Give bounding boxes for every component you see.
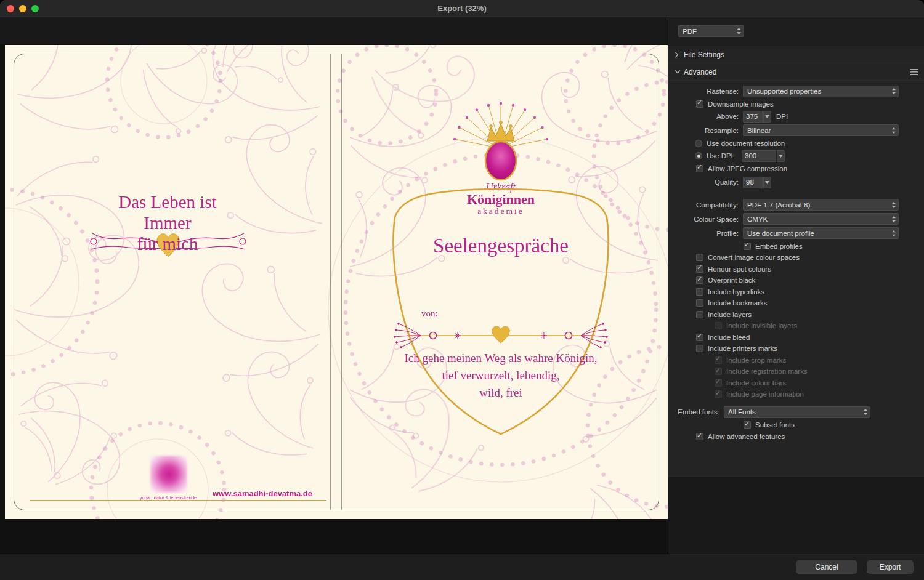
- include-crop-marks-checkbox[interactable]: [715, 356, 722, 364]
- profile-label: Profile:: [670, 230, 739, 237]
- settings-list: File Settings Advanced Rasterise: Unsupp…: [668, 46, 924, 477]
- section-file-settings[interactable]: File Settings: [668, 46, 924, 63]
- profile-row: Profile: Use document profile: [668, 226, 924, 240]
- rasterise-select[interactable]: Unsupported properties: [743, 86, 899, 97]
- allow-advanced-features-option[interactable]: Allow advanced features: [668, 431, 924, 443]
- above-dpi-input[interactable]: 375: [743, 111, 763, 123]
- cancel-button[interactable]: Cancel: [796, 560, 857, 574]
- use-dpi-option[interactable]: Use DPI: 300: [668, 150, 924, 162]
- use-dpi-radio[interactable]: [695, 152, 702, 159]
- include-bookmarks-option[interactable]: Include bookmarks: [668, 297, 924, 309]
- compatibility-select[interactable]: PDF 1.7 (Acrobat 8): [743, 199, 899, 211]
- section-advanced[interactable]: Advanced: [668, 63, 924, 81]
- dialog-footer: Cancel Export: [0, 554, 924, 580]
- include-registration-marks-option[interactable]: Include registration marks: [668, 366, 924, 377]
- include-crop-marks-option[interactable]: Include crop marks: [668, 355, 924, 366]
- include-layers-checkbox[interactable]: [696, 311, 703, 318]
- include-hyperlinks-checkbox[interactable]: [696, 288, 703, 296]
- honour-spot-colours-checkbox[interactable]: [696, 265, 703, 273]
- overprint-black-option[interactable]: Overprint black: [668, 275, 924, 286]
- rasterise-label: Rasterise:: [670, 87, 739, 95]
- close-window-button[interactable]: [7, 5, 14, 12]
- include-page-information-checkbox[interactable]: [715, 390, 722, 398]
- profile-select[interactable]: Use document profile: [743, 227, 899, 239]
- section-advanced-label: Advanced: [684, 68, 716, 76]
- section-file-settings-label: File Settings: [684, 50, 724, 59]
- stepper-icon: [891, 230, 896, 237]
- quality-label: Quality:: [670, 179, 739, 186]
- dropdown-arrow-icon[interactable]: [763, 177, 771, 188]
- include-hyperlinks-label: Include hyperlinks: [708, 288, 764, 296]
- zoom-window-button[interactable]: [31, 5, 39, 12]
- spine-line: [341, 54, 342, 510]
- use-document-resolution-radio[interactable]: [695, 140, 702, 147]
- resample-select[interactable]: Bilinear: [743, 124, 899, 136]
- use-document-resolution-label: Use document resolution: [707, 140, 785, 147]
- affirmation-line1: Ich gehe meinen Weg als wahre Königin,: [341, 350, 661, 367]
- include-registration-marks-checkbox[interactable]: [715, 368, 722, 375]
- subset-fonts-checkbox[interactable]: [744, 421, 751, 429]
- include-bookmarks-checkbox[interactable]: [696, 299, 703, 307]
- embed-fonts-label: Embed fonts:: [670, 408, 719, 416]
- overprint-black-checkbox[interactable]: [696, 276, 703, 284]
- preview-toolbar-strip: [0, 17, 668, 44]
- colour-space-row: Colour Space: CMYK: [668, 212, 924, 226]
- allow-jpeg-compression-option[interactable]: Allow JPEG compression: [668, 162, 924, 175]
- include-bookmarks-label: Include bookmarks: [708, 299, 768, 307]
- embed-profiles-option[interactable]: Embed profiles: [668, 240, 924, 252]
- include-invisible-layers-label: Include invisible layers: [726, 322, 797, 329]
- use-dpi-input[interactable]: 300: [742, 150, 776, 162]
- convert-image-colour-spaces-checkbox[interactable]: [696, 254, 703, 261]
- embed-fonts-select[interactable]: All Fonts: [724, 406, 870, 418]
- downsample-images-option[interactable]: Downsample images: [668, 98, 924, 110]
- compatibility-label: Compatibility:: [670, 201, 739, 209]
- use-document-resolution-option[interactable]: Use document resolution: [668, 137, 924, 150]
- chevron-down-icon: [675, 70, 684, 74]
- downsample-images-label: Downsample images: [708, 100, 774, 108]
- panel-menu-icon[interactable]: [910, 69, 918, 75]
- format-select[interactable]: PDF: [678, 25, 744, 37]
- compatibility-row: Compatibility: PDF 1.7 (Acrobat 8): [668, 198, 924, 212]
- convert-image-colour-spaces-label: Convert image colour spaces: [708, 254, 800, 261]
- dropdown-arrow-icon[interactable]: [763, 111, 771, 123]
- include-printers-marks-option[interactable]: Include printers marks: [668, 343, 924, 355]
- include-bleed-option[interactable]: Include bleed: [668, 332, 924, 344]
- convert-image-colour-spaces-option[interactable]: Convert image colour spaces: [668, 252, 924, 264]
- back-cover-title-line3: für mich: [5, 233, 330, 254]
- format-select-value: PDF: [683, 28, 734, 35]
- above-dpi-row: Above: 375 DPI: [668, 110, 924, 123]
- quality-input[interactable]: 98: [743, 177, 763, 188]
- minimize-window-button[interactable]: [19, 5, 26, 12]
- rasterise-row: Rasterise: Unsupported properties: [668, 84, 924, 98]
- subset-fonts-option[interactable]: Subset fonts: [668, 419, 924, 431]
- embed-profiles-checkbox[interactable]: [744, 243, 751, 250]
- stepper-icon: [736, 27, 742, 35]
- publisher-logo: [150, 456, 187, 493]
- include-invisible-layers-option[interactable]: Include invisible layers: [668, 320, 924, 332]
- include-hyperlinks-option[interactable]: Include hyperlinks: [668, 286, 924, 298]
- affirmation-line2: tief verwurzelt, lebendig,: [341, 367, 661, 384]
- shield-outline: [384, 185, 618, 444]
- include-colour-bars-checkbox[interactable]: [715, 379, 722, 387]
- export-button[interactable]: Export: [867, 560, 914, 574]
- dpi-unit-label: DPI: [776, 113, 788, 120]
- include-colour-bars-option[interactable]: Include colour bars: [668, 377, 924, 389]
- include-printers-marks-checkbox[interactable]: [696, 345, 703, 352]
- include-layers-option[interactable]: Include layers: [668, 309, 924, 321]
- back-cover-title-line2: Immer: [5, 212, 330, 233]
- allow-advanced-features-checkbox[interactable]: [696, 433, 703, 440]
- allow-advanced-features-label: Allow advanced features: [708, 433, 785, 440]
- affirmation-line3: wild, frei: [341, 384, 661, 401]
- stepper-icon: [891, 127, 896, 134]
- include-bleed-checkbox[interactable]: [696, 334, 703, 341]
- colour-space-select[interactable]: CMYK: [743, 213, 899, 225]
- include-page-information-option[interactable]: Include page information: [668, 389, 924, 400]
- colour-space-value: CMYK: [747, 215, 889, 223]
- dropdown-arrow-icon[interactable]: [777, 150, 785, 162]
- honour-spot-colours-option[interactable]: Honour spot colours: [668, 264, 924, 275]
- include-invisible-layers-checkbox[interactable]: [715, 322, 722, 329]
- downsample-images-checkbox[interactable]: [696, 100, 703, 108]
- export-settings-panel: PDF File Settings Advanced: [668, 17, 924, 554]
- von-label: von:: [421, 308, 438, 319]
- allow-jpeg-compression-checkbox[interactable]: [696, 165, 703, 172]
